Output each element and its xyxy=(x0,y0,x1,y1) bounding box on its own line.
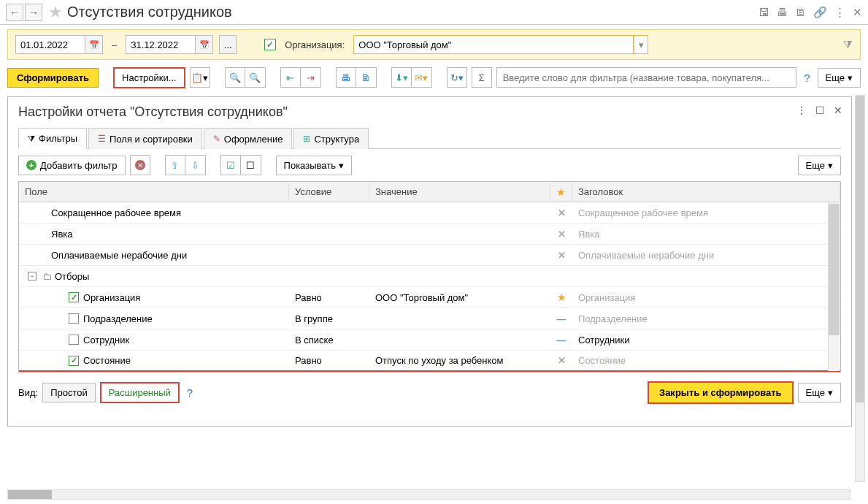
cell-field[interactable]: Подразделение xyxy=(19,311,289,327)
cell-value[interactable]: ООО "Торговый дом" xyxy=(369,290,550,305)
star-icon: ★ xyxy=(556,186,566,198)
check-all-button[interactable]: ☑ xyxy=(220,155,241,175)
variants-button[interactable]: 📋▾ xyxy=(190,67,210,88)
grid-row[interactable]: СотрудникВ списке—Сотрудники xyxy=(19,329,840,351)
grid-row[interactable]: Явка✕Явка xyxy=(19,224,840,245)
export-button[interactable]: ⬇▾ xyxy=(391,67,412,88)
find-button[interactable]: 🔍 xyxy=(225,67,245,88)
tab-fields[interactable]: ☰Поля и сортировки xyxy=(88,128,202,149)
date-to-input[interactable] xyxy=(126,35,196,54)
collapse-button[interactable]: ⇥ xyxy=(301,67,321,88)
view-help-icon[interactable]: ? xyxy=(187,386,193,399)
cell-field[interactable]: Сотрудник xyxy=(19,332,289,348)
save-icon[interactable]: 🖫 xyxy=(758,6,769,18)
nav-forward-button[interactable]: → xyxy=(25,4,42,21)
date-to-calendar-button[interactable]: 📅 xyxy=(196,35,213,54)
page-horizontal-scrollbar[interactable] xyxy=(7,489,850,500)
cell-group[interactable]: −🗀 Отборы xyxy=(19,269,289,284)
more-button[interactable]: Еще ▾ xyxy=(818,68,861,88)
dialog-close-icon[interactable]: ✕ xyxy=(834,104,842,116)
move-down-button[interactable]: ⇩ xyxy=(185,155,206,175)
favorite-star-icon[interactable]: ★ xyxy=(48,3,63,22)
sum-button[interactable]: Σ xyxy=(472,67,492,88)
dialog-kebab-icon[interactable]: ⋮ xyxy=(796,104,807,116)
brush-icon: ✎ xyxy=(213,134,220,144)
cell-cond[interactable]: Равно xyxy=(289,353,369,368)
cell-field[interactable]: ✓ Состояние xyxy=(19,353,289,368)
cell-header[interactable]: Сотрудники xyxy=(572,332,840,348)
refresh-button[interactable]: ↻▾ xyxy=(447,67,467,88)
close-icon[interactable]: ✕ xyxy=(853,6,862,19)
collapse-toggle-icon: − xyxy=(28,272,37,280)
cell-field[interactable]: ✓ Организация xyxy=(19,290,289,305)
email-button[interactable]: ✉▾ xyxy=(412,67,432,88)
expand-button[interactable]: ⇤ xyxy=(280,67,301,88)
cell-value[interactable] xyxy=(369,337,550,342)
cell-field: Сокращенное рабочее время xyxy=(19,205,289,221)
org-input[interactable] xyxy=(353,35,634,54)
preview-icon[interactable]: 🗎 xyxy=(795,6,806,18)
cell-star[interactable]: — xyxy=(550,311,572,327)
grid-row[interactable]: Оплачиваемые нерабочие дни✕Оплачиваемые … xyxy=(19,245,840,266)
filter-toolbar: +Добавить фильтр ✕ ⇧ ⇩ ☑ ☐ Показывать ▾ … xyxy=(18,155,841,175)
cell-star[interactable]: ✕ xyxy=(550,353,572,368)
cell-cond[interactable]: В списке xyxy=(289,332,369,348)
show-button[interactable]: Показывать ▾ xyxy=(276,156,352,175)
dialog-more-button[interactable]: Еще ▾ xyxy=(798,156,841,175)
x-circle-icon: ✕ xyxy=(135,160,145,170)
org-dropdown-button[interactable]: ▾ xyxy=(634,35,648,54)
find-next-button[interactable]: 🔍 xyxy=(245,67,266,88)
cell-cond[interactable]: В группе xyxy=(289,311,369,327)
page-vertical-scrollbar[interactable] xyxy=(855,95,865,482)
col-star-header[interactable]: ★ xyxy=(550,183,572,201)
org-checkbox[interactable]: ✓ xyxy=(264,39,276,50)
tab-filters[interactable]: ⧩Фильтры xyxy=(18,128,87,149)
cell-header[interactable]: Состояние xyxy=(572,353,840,368)
nav-back-button[interactable]: ← xyxy=(6,4,23,21)
grid-scrollbar[interactable] xyxy=(828,202,840,371)
kebab-icon[interactable]: ⋮ xyxy=(834,6,845,19)
cell-cond[interactable]: Равно xyxy=(289,290,369,305)
date-from-calendar-button[interactable]: 📅 xyxy=(85,35,103,54)
date-from-input[interactable] xyxy=(15,35,85,54)
settings-button[interactable]: Настройки... xyxy=(113,67,185,88)
cell-value[interactable] xyxy=(369,316,550,321)
generate-button[interactable]: Сформировать xyxy=(7,68,99,88)
view-advanced-button[interactable]: Расширенный xyxy=(100,382,180,403)
add-filter-button[interactable]: +Добавить фильтр xyxy=(18,156,126,175)
print-icon[interactable]: 🖶 xyxy=(777,6,788,18)
print-button[interactable]: 🖶 xyxy=(336,67,356,88)
dialog-maximize-icon[interactable]: ☐ xyxy=(815,104,825,116)
move-up-button[interactable]: ⇧ xyxy=(165,155,185,175)
cell-header[interactable]: Подразделение xyxy=(572,311,840,327)
star-icon: ★ xyxy=(557,291,566,303)
grid-row[interactable]: Сокращенное рабочее время✕Сокращенное ра… xyxy=(19,202,840,224)
dialog-more2-button[interactable]: Еще ▾ xyxy=(798,383,841,402)
col-field-header[interactable]: Поле xyxy=(19,183,289,200)
dialog-tabs: ⧩Фильтры ☰Поля и сортировки ✎Оформление … xyxy=(18,127,841,149)
help-icon[interactable]: ? xyxy=(804,72,810,84)
grid-row[interactable]: ПодразделениеВ группе—Подразделение xyxy=(19,308,840,329)
cell-header[interactable]: Организация xyxy=(572,290,840,305)
view-simple-button[interactable]: Простой xyxy=(42,383,96,402)
date-range-picker-button[interactable]: ... xyxy=(219,35,237,54)
col-cond-header[interactable]: Условие xyxy=(289,183,369,200)
tab-format[interactable]: ✎Оформление xyxy=(204,128,293,149)
delete-filter-button[interactable]: ✕ xyxy=(130,155,150,175)
filter-funnel-icon[interactable]: ⧩ xyxy=(843,38,853,51)
close-and-generate-button[interactable]: Закрыть и сформировать xyxy=(648,381,794,404)
grid-row[interactable]: −🗀 Отборы xyxy=(19,266,840,287)
uncheck-all-button[interactable]: ☐ xyxy=(241,155,261,175)
save-as-button[interactable]: 🗎 xyxy=(356,67,377,88)
col-value-header[interactable]: Значение xyxy=(369,183,550,200)
grid-row[interactable]: ✓ СостояниеРавноОтпуск по уходу за ребен… xyxy=(19,351,840,372)
cell-star[interactable]: — xyxy=(550,332,572,348)
tab-structure[interactable]: ⊞Структура xyxy=(293,128,369,149)
col-hdrtext-header[interactable]: Заголовок xyxy=(572,183,840,200)
link-icon[interactable]: 🔗 xyxy=(813,6,827,19)
grid-row[interactable]: ✓ ОрганизацияРавноООО "Торговый дом"★Орг… xyxy=(19,287,840,308)
cell-value[interactable]: Отпуск по уходу за ребенком xyxy=(369,353,550,368)
cell-star[interactable]: ★ xyxy=(550,289,572,305)
search-input[interactable] xyxy=(496,67,797,88)
cell-header: Сокращенное рабочее время xyxy=(572,205,840,221)
